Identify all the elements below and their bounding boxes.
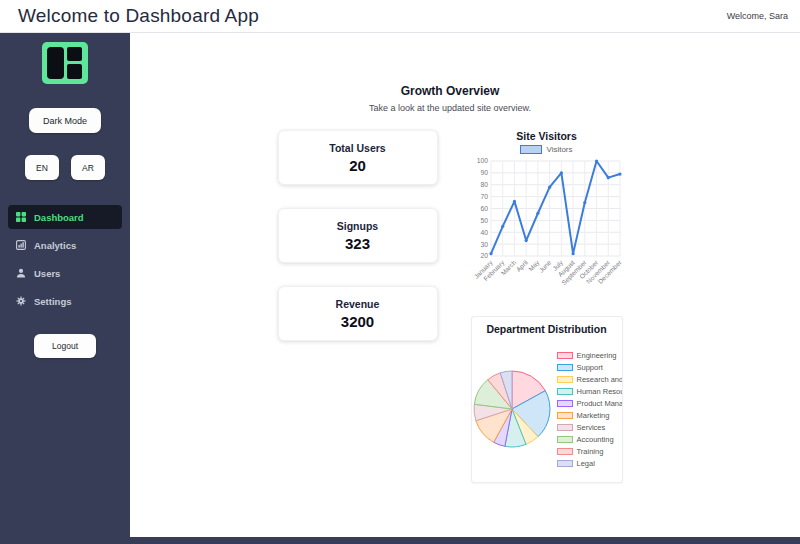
stat-card-signups: Signups 323 (278, 208, 438, 263)
sidebar-item-settings[interactable]: Settings (8, 289, 122, 313)
sidebar-nav: Dashboard Analytics Users (0, 205, 130, 317)
legend-label: Legal (577, 459, 595, 468)
sidebar-item-label: Users (34, 268, 60, 279)
pie-legend-item[interactable]: Legal (557, 457, 623, 469)
stat-card-total-users: Total Users 20 (278, 130, 438, 185)
pie-legend-item[interactable]: Product Management (557, 397, 623, 409)
app-header: Welcome to Dashboard App Welcome, Sara (0, 0, 800, 33)
footer-bar (0, 537, 800, 544)
legend-label: Accounting (577, 435, 614, 444)
legend-swatch (557, 412, 573, 419)
stat-value: 3200 (341, 313, 374, 330)
stat-value: 323 (345, 235, 370, 252)
app-logo-icon (42, 42, 88, 84)
legend-swatch (557, 424, 573, 431)
legend-label: Training (577, 447, 604, 456)
sidebar-item-dashboard[interactable]: Dashboard (8, 205, 122, 229)
legend-label: Visitors (546, 145, 572, 154)
pie-legend-item[interactable]: Support (557, 361, 623, 373)
sidebar-item-label: Settings (34, 296, 71, 307)
dark-mode-button[interactable]: Dark Mode (29, 108, 101, 133)
pie-legend-item[interactable]: Human Resources (557, 385, 623, 397)
main-content: Growth Overview Take a look at the updat… (130, 33, 770, 537)
grid-icon (16, 212, 26, 222)
sidebar-item-label: Analytics (34, 240, 76, 251)
legend-swatch (557, 448, 573, 455)
legend-swatch (520, 145, 542, 154)
svg-text:100: 100 (476, 157, 488, 164)
legend-swatch (557, 364, 573, 371)
legend-label: Support (577, 363, 603, 372)
line-chart: 2030405060708090100JanuaryFebruaryMarchA… (471, 156, 623, 304)
growth-overview-heading: Growth Overview (130, 84, 770, 98)
growth-overview-subtitle: Take a look at the updated site overview… (130, 103, 770, 113)
bar-chart-icon (16, 240, 26, 250)
stat-label: Revenue (336, 298, 380, 310)
pie-legend-item[interactable]: Engineering (557, 349, 623, 361)
sidebar-item-users[interactable]: Users (8, 261, 122, 285)
legend-label: Engineering (577, 351, 617, 360)
sidebar: Dark Mode EN AR Dashboard An (0, 33, 130, 537)
dashboard-content-row: Total Users 20 Signups 323 Revenue 3200 … (130, 130, 770, 483)
stat-card-revenue: Revenue 3200 (278, 286, 438, 341)
stat-label: Total Users (329, 142, 385, 154)
user-icon (16, 268, 26, 278)
pie-legend-item[interactable]: Research and Development (557, 373, 623, 385)
svg-text:50: 50 (480, 217, 488, 224)
legend-label: Research and Development (577, 375, 623, 384)
user-greeting: Welcome, Sara (727, 11, 788, 21)
charts-column: Site Visitors Visitors 20304050607080901… (471, 130, 623, 483)
lang-en-button[interactable]: EN (25, 155, 59, 180)
svg-text:40: 40 (480, 229, 488, 236)
svg-text:80: 80 (480, 181, 488, 188)
svg-text:70: 70 (480, 193, 488, 200)
pie-chart-card: Department Distribution EngineeringSuppo… (471, 316, 623, 483)
page-title: Welcome to Dashboard App (18, 5, 259, 27)
legend-swatch (557, 352, 573, 359)
legend-swatch (557, 400, 573, 407)
sidebar-item-analytics[interactable]: Analytics (8, 233, 122, 257)
lang-ar-button[interactable]: AR (71, 155, 105, 180)
pie-chart (472, 359, 552, 459)
pie-legend-item[interactable]: Training (557, 445, 623, 457)
svg-text:60: 60 (480, 205, 488, 212)
gear-icon (16, 296, 26, 306)
svg-text:30: 30 (480, 241, 488, 248)
svg-text:90: 90 (480, 169, 488, 176)
stat-value: 20 (349, 157, 366, 174)
legend-label: Services (577, 423, 606, 432)
legend-swatch (557, 460, 573, 467)
pie-legend-item[interactable]: Services (557, 421, 623, 433)
line-chart-section: Site Visitors Visitors 20304050607080901… (471, 130, 623, 304)
stats-column: Total Users 20 Signups 323 Revenue 3200 (278, 130, 438, 364)
legend-swatch (557, 436, 573, 443)
pie-chart-body: EngineeringSupportResearch and Developme… (472, 335, 622, 483)
language-switcher: EN AR (25, 155, 105, 180)
legend-label: Human Resources (577, 387, 623, 396)
line-chart-title: Site Visitors (471, 130, 623, 142)
legend-label: Marketing (577, 411, 610, 420)
legend-swatch (557, 376, 573, 383)
sidebar-item-label: Dashboard (34, 212, 84, 223)
svg-text:20: 20 (480, 252, 488, 259)
pie-legend-item[interactable]: Marketing (557, 409, 623, 421)
legend-swatch (557, 388, 573, 395)
svg-text:June: June (537, 258, 552, 273)
line-chart-legend[interactable]: Visitors (471, 145, 623, 154)
pie-chart-title: Department Distribution (472, 323, 622, 335)
pie-legend-item[interactable]: Accounting (557, 433, 623, 445)
pie-legend: EngineeringSupportResearch and Developme… (557, 349, 623, 469)
legend-label: Product Management (577, 399, 623, 408)
stat-label: Signups (337, 220, 378, 232)
logout-button[interactable]: Logout (34, 334, 96, 358)
